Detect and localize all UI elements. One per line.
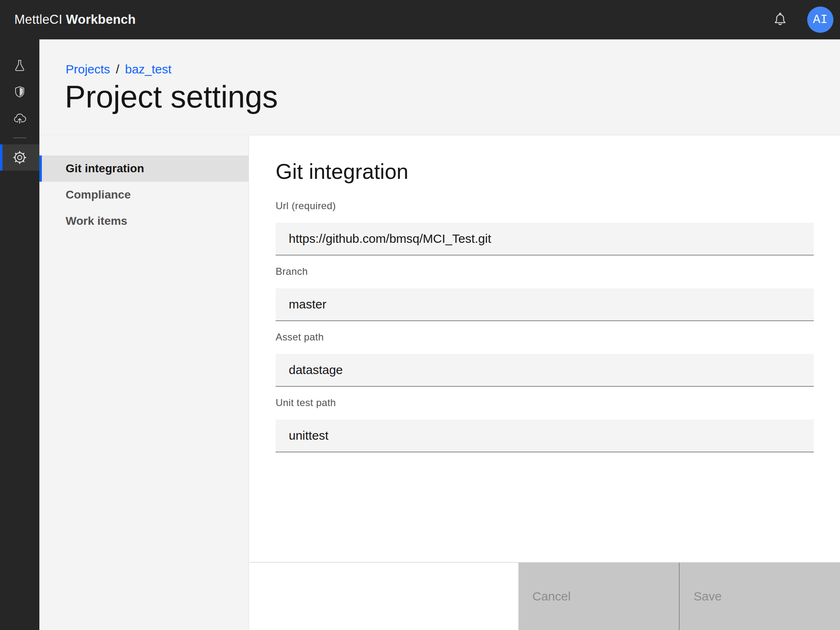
app-title-bold: Workbench xyxy=(66,12,136,27)
user-avatar[interactable]: AI xyxy=(807,7,833,33)
breadcrumb-project-link[interactable]: baz_test xyxy=(125,62,171,76)
unit-test-path-input[interactable] xyxy=(276,420,814,452)
nav-item-label: Work items xyxy=(66,215,127,228)
breadcrumb: Projects / baz_test xyxy=(66,62,171,76)
rail-item-settings[interactable] xyxy=(0,144,39,171)
settings-nav-item-compliance[interactable]: Compliance xyxy=(39,182,249,208)
settings-nav-item-work-items[interactable]: Work items xyxy=(39,208,249,234)
shield-icon xyxy=(13,85,27,99)
asset-path-field-group: Asset path xyxy=(276,331,814,387)
left-icon-rail xyxy=(0,39,39,630)
url-field-group: Url (required) xyxy=(276,200,814,256)
cancel-button[interactable]: Cancel xyxy=(518,563,679,630)
branch-field-label: Branch xyxy=(276,265,814,278)
rail-divider xyxy=(13,137,26,138)
unit-test-path-field-label: Unit test path xyxy=(276,397,814,409)
notifications-button[interactable] xyxy=(767,7,793,33)
breadcrumb-projects-link[interactable]: Projects xyxy=(66,62,110,76)
url-field-label: Url (required) xyxy=(276,200,814,212)
branch-field-group: Branch xyxy=(276,265,814,321)
git-integration-panel: Git integration Url (required) Branch As… xyxy=(249,136,840,562)
form-action-bar: Cancel Save xyxy=(249,562,840,630)
url-input[interactable] xyxy=(276,223,814,256)
cloud-upload-icon xyxy=(12,111,27,126)
unit-test-path-field-group: Unit test path xyxy=(276,397,814,452)
save-button[interactable]: Save xyxy=(680,563,840,630)
gear-icon xyxy=(12,150,27,165)
rail-item-testing[interactable] xyxy=(0,52,39,79)
flask-icon xyxy=(13,59,27,73)
rail-item-deploy[interactable] xyxy=(0,105,39,131)
asset-path-field-label: Asset path xyxy=(276,331,814,343)
avatar-initials: AI xyxy=(813,13,828,27)
page-header: Projects / baz_test Project settings xyxy=(39,39,840,135)
section-heading: Git integration xyxy=(276,158,814,185)
nav-item-label: Git integration xyxy=(66,162,144,175)
breadcrumb-separator: / xyxy=(116,62,119,76)
nav-item-label: Compliance xyxy=(66,188,131,201)
asset-path-input[interactable] xyxy=(276,354,814,387)
settings-nav: Git integration Compliance Work items xyxy=(39,136,249,630)
app-window: MettleCI Workbench AI xyxy=(0,0,840,630)
app-title-regular: MettleCI xyxy=(14,12,62,27)
app-title: MettleCI Workbench xyxy=(14,12,136,27)
bell-icon xyxy=(772,11,788,28)
header-actions: AI xyxy=(767,0,833,39)
page-title: Project settings xyxy=(65,79,278,114)
footer-spacer xyxy=(249,563,518,630)
settings-nav-item-git-integration[interactable]: Git integration xyxy=(39,155,249,182)
branch-input[interactable] xyxy=(276,288,814,321)
top-header: MettleCI Workbench AI xyxy=(0,0,840,39)
rail-item-compliance[interactable] xyxy=(0,79,39,105)
